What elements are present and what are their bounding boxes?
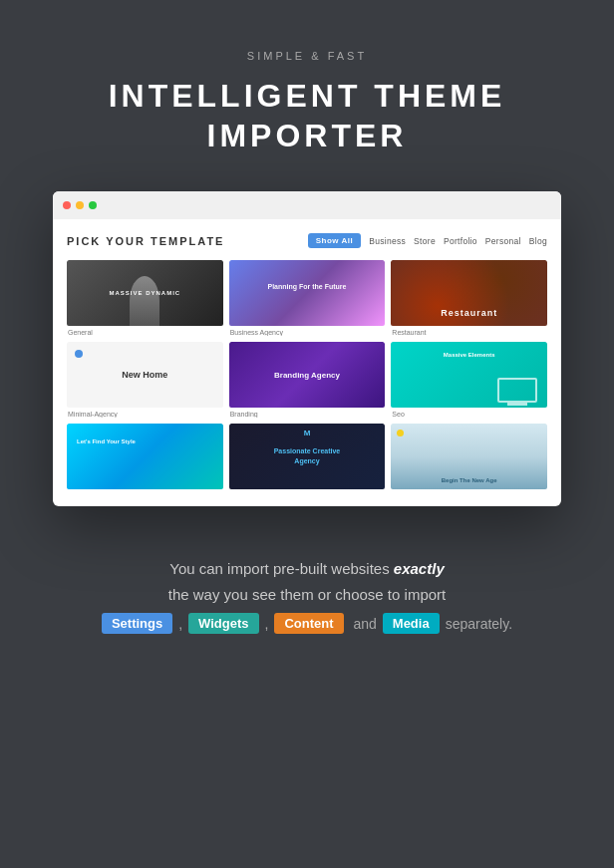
template-thumb-2 [229,260,386,326]
browser-dot-red [63,201,71,209]
template-label-3: Restaurant [391,329,547,336]
tag-content: Content [274,613,343,634]
thumb-text: New Home [122,370,167,380]
laptop-icon [497,378,537,403]
desc-line2: the way you see them or choose to import [168,586,446,603]
main-title: Intelligent Theme Importer [109,76,506,155]
template-label-2: Business Agency [229,329,386,336]
template-thumb-6 [391,342,547,408]
template-header: Pick Your Template Show All Business Sto… [67,233,547,248]
template-label-6: Seo [391,411,547,418]
description-section: You can import pre-built websites exactl… [102,556,512,634]
template-thumb-8: M [229,424,386,489]
template-label-5: Branding [229,411,386,418]
closing: separately. [446,616,512,632]
template-label-4: Minimal-Agency [67,411,223,418]
person-silhouette [130,276,159,326]
template-thumb-4: New Home [67,342,223,408]
tag-media: Media [383,613,440,634]
subtitle: Simple & Fast [247,50,367,62]
desc-exactly: exactly [394,560,445,577]
show-all-button[interactable]: Show All [308,233,361,248]
nav-business[interactable]: Business [369,236,406,246]
browser-bar [53,191,561,219]
template-thumb-9 [391,424,547,489]
browser-dot-yellow [76,201,84,209]
tag-widgets: Widgets [188,613,258,634]
description-paragraph: You can import pre-built websites exactl… [102,556,512,607]
template-thumb-1 [67,260,223,326]
template-item-seo[interactable]: Seo [391,342,547,418]
template-thumb-5 [229,342,386,408]
browser-mockup: Pick Your Template Show All Business Sto… [53,191,561,506]
nav-blog[interactable]: Blog [529,236,547,246]
nav-personal[interactable]: Personal [485,236,521,246]
template-item-arch[interactable] [391,424,547,492]
sep-2: , [265,616,269,632]
pick-your-template-label: Pick Your Template [67,235,224,247]
thumb-8-logo: M [304,429,311,437]
browser-dot-green [89,201,97,209]
template-label-1: General [67,329,223,336]
tag-settings: Settings [102,613,172,634]
template-thumb-3 [391,260,547,326]
nav-portfolio[interactable]: Portfolio [444,236,477,246]
thumb-9-dot [397,430,404,436]
template-item-creative[interactable]: M [229,424,386,492]
template-grid: General Business Agency Restaurant New H… [67,260,547,492]
template-nav: Show All Business Store Portfolio Person… [308,233,547,248]
tags-row: Settings , Widgets , Content and Media s… [102,613,512,634]
template-item-general[interactable]: General [67,260,223,336]
template-item-mobile[interactable] [67,424,223,492]
template-item-branding[interactable]: Branding [229,342,386,418]
sep-3: and [350,616,377,632]
template-item-minimal-agency[interactable]: New Home Minimal-Agency [67,342,223,418]
browser-content: Pick Your Template Show All Business Sto… [53,219,561,506]
thumb-accent [75,350,83,358]
nav-store[interactable]: Store [414,236,436,246]
sep-1: , [178,616,182,632]
template-thumb-7 [67,424,223,489]
desc-line1: You can import pre-built websites [169,560,394,577]
template-item-restaurant[interactable]: Restaurant [391,260,547,336]
template-item-business-agency[interactable]: Business Agency [229,260,386,336]
